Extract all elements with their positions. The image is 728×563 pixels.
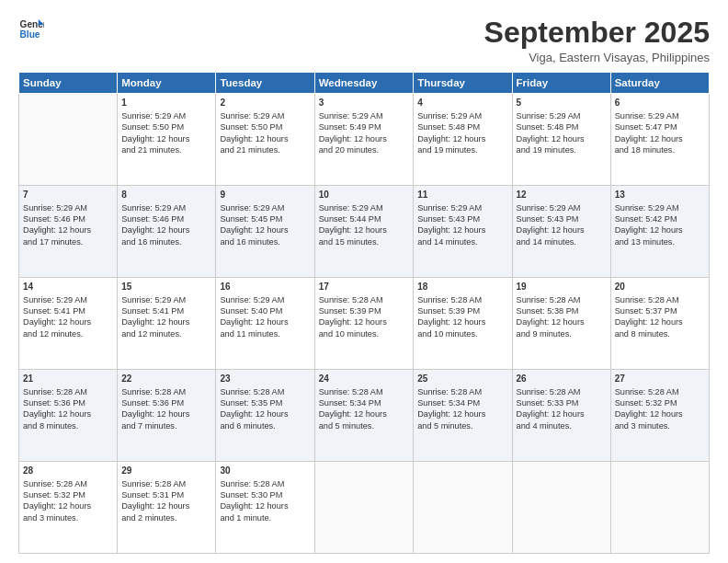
table-row: 3Sunrise: 5:29 AMSunset: 5:49 PMDaylight… xyxy=(314,94,414,186)
table-row: 14Sunrise: 5:29 AMSunset: 5:41 PMDayligh… xyxy=(19,278,118,370)
month-title: September 2025 xyxy=(484,17,710,49)
day-number: 28 xyxy=(23,465,113,477)
table-row: 26Sunrise: 5:28 AMSunset: 5:33 PMDayligh… xyxy=(512,370,610,462)
calendar-week-row: 14Sunrise: 5:29 AMSunset: 5:41 PMDayligh… xyxy=(19,278,710,370)
cell-content-line: and 3 minutes. xyxy=(23,512,113,523)
cell-content-line: Daylight: 12 hours xyxy=(23,224,113,236)
col-wednesday: Wednesday xyxy=(314,73,414,94)
cell-content-line: and 11 minutes. xyxy=(220,328,310,339)
cell-content-line: Sunrise: 5:29 AM xyxy=(517,202,607,213)
cell-content-line: and 14 minutes. xyxy=(517,236,607,247)
table-row: 2Sunrise: 5:29 AMSunset: 5:50 PMDaylight… xyxy=(216,94,314,186)
cell-content-line: and 10 minutes. xyxy=(319,328,410,339)
col-thursday: Thursday xyxy=(414,73,512,94)
cell-content-line: Sunrise: 5:29 AM xyxy=(319,110,410,121)
cell-content-line: and 16 minutes. xyxy=(121,236,211,247)
cell-content-line: Daylight: 12 hours xyxy=(121,408,211,419)
cell-content-line: Daylight: 12 hours xyxy=(23,408,113,419)
day-number: 14 xyxy=(23,281,113,293)
cell-content-line: Sunset: 5:47 PM xyxy=(615,121,705,132)
cell-content-line: and 5 minutes. xyxy=(417,420,507,431)
cell-content-line: Sunset: 5:36 PM xyxy=(121,397,211,408)
table-row: 5Sunrise: 5:29 AMSunset: 5:48 PMDaylight… xyxy=(512,94,610,186)
cell-content-line: Daylight: 12 hours xyxy=(319,224,410,236)
day-number: 2 xyxy=(220,97,310,109)
day-number: 16 xyxy=(220,281,310,293)
day-number: 20 xyxy=(615,281,705,293)
cell-content-line: Sunset: 5:48 PM xyxy=(517,121,607,132)
cell-content-line: Sunset: 5:39 PM xyxy=(417,305,507,316)
cell-content-line: and 21 minutes. xyxy=(220,144,310,155)
day-number: 3 xyxy=(319,97,410,109)
cell-content-line: Sunrise: 5:28 AM xyxy=(220,478,310,489)
col-monday: Monday xyxy=(118,73,216,94)
cell-content-line: Daylight: 12 hours xyxy=(23,316,113,327)
table-row: 24Sunrise: 5:28 AMSunset: 5:34 PMDayligh… xyxy=(314,370,414,462)
cell-content-line: Sunrise: 5:28 AM xyxy=(517,386,607,397)
calendar-week-row: 1Sunrise: 5:29 AMSunset: 5:50 PMDaylight… xyxy=(19,94,710,186)
cell-content-line: Daylight: 12 hours xyxy=(319,408,410,419)
table-row: 13Sunrise: 5:29 AMSunset: 5:42 PMDayligh… xyxy=(610,186,709,278)
logo-icon: General Blue xyxy=(18,17,44,42)
cell-content-line: Daylight: 12 hours xyxy=(220,316,310,327)
cell-content-line: and 12 minutes. xyxy=(121,328,211,339)
cell-content-line: Sunset: 5:32 PM xyxy=(615,397,705,408)
cell-content-line: Sunset: 5:34 PM xyxy=(319,397,410,408)
cell-content-line: and 21 minutes. xyxy=(121,144,211,155)
cell-content-line: and 4 minutes. xyxy=(517,420,607,431)
cell-content-line: Sunrise: 5:28 AM xyxy=(23,478,113,489)
cell-content-line: Sunrise: 5:28 AM xyxy=(417,294,507,305)
day-number: 18 xyxy=(417,281,507,293)
cell-content-line: Sunset: 5:43 PM xyxy=(417,213,507,224)
table-row: 27Sunrise: 5:28 AMSunset: 5:32 PMDayligh… xyxy=(610,370,709,462)
cell-content-line: Sunset: 5:35 PM xyxy=(220,397,310,408)
cell-content-line: Sunset: 5:32 PM xyxy=(23,489,113,500)
logo: General Blue xyxy=(18,17,44,42)
calendar-header-row: Sunday Monday Tuesday Wednesday Thursday… xyxy=(19,73,710,94)
cell-content-line: Sunrise: 5:29 AM xyxy=(615,202,705,213)
cell-content-line: Sunset: 5:50 PM xyxy=(121,121,211,132)
cell-content-line: Daylight: 12 hours xyxy=(615,133,705,144)
day-number: 19 xyxy=(517,281,607,293)
day-number: 9 xyxy=(220,189,310,201)
day-number: 24 xyxy=(319,373,410,385)
cell-content-line: and 19 minutes. xyxy=(517,144,607,155)
cell-content-line: Daylight: 12 hours xyxy=(417,133,507,144)
cell-content-line: Sunrise: 5:28 AM xyxy=(121,478,211,489)
table-row: 22Sunrise: 5:28 AMSunset: 5:36 PMDayligh… xyxy=(118,370,216,462)
cell-content-line: Sunset: 5:33 PM xyxy=(517,397,607,408)
cell-content-line: and 5 minutes. xyxy=(319,420,410,431)
table-row: 7Sunrise: 5:29 AMSunset: 5:46 PMDaylight… xyxy=(19,186,118,278)
day-number: 15 xyxy=(121,281,211,293)
cell-content-line: Daylight: 12 hours xyxy=(615,224,705,236)
cell-content-line: Daylight: 12 hours xyxy=(23,500,113,511)
calendar-table: Sunday Monday Tuesday Wednesday Thursday… xyxy=(18,72,710,554)
table-row: 25Sunrise: 5:28 AMSunset: 5:34 PMDayligh… xyxy=(414,370,512,462)
col-tuesday: Tuesday xyxy=(216,73,314,94)
cell-content-line: and 19 minutes. xyxy=(417,144,507,155)
cell-content-line: and 15 minutes. xyxy=(319,236,410,247)
cell-content-line: Sunrise: 5:29 AM xyxy=(220,110,310,121)
day-number: 26 xyxy=(517,373,607,385)
day-number: 4 xyxy=(417,97,507,109)
cell-content-line: Daylight: 12 hours xyxy=(319,316,410,327)
table-row: 6Sunrise: 5:29 AMSunset: 5:47 PMDaylight… xyxy=(610,94,709,186)
table-row: 30Sunrise: 5:28 AMSunset: 5:30 PMDayligh… xyxy=(216,462,314,554)
cell-content-line: Daylight: 12 hours xyxy=(615,408,705,419)
cell-content-line: Sunset: 5:50 PM xyxy=(220,121,310,132)
cell-content-line: and 3 minutes. xyxy=(615,420,705,431)
day-number: 8 xyxy=(121,189,211,201)
cell-content-line: Sunset: 5:48 PM xyxy=(417,121,507,132)
table-row: 23Sunrise: 5:28 AMSunset: 5:35 PMDayligh… xyxy=(216,370,314,462)
calendar-week-row: 28Sunrise: 5:28 AMSunset: 5:32 PMDayligh… xyxy=(19,462,710,554)
cell-content-line: Sunrise: 5:29 AM xyxy=(417,202,507,213)
cell-content-line: Daylight: 12 hours xyxy=(417,408,507,419)
day-number: 23 xyxy=(220,373,310,385)
cell-content-line: Sunset: 5:45 PM xyxy=(220,213,310,224)
col-sunday: Sunday xyxy=(19,73,118,94)
cell-content-line: Sunset: 5:39 PM xyxy=(319,305,410,316)
table-row: 10Sunrise: 5:29 AMSunset: 5:44 PMDayligh… xyxy=(314,186,414,278)
table-row xyxy=(314,462,414,554)
day-number: 22 xyxy=(121,373,211,385)
cell-content-line: Sunset: 5:41 PM xyxy=(121,305,211,316)
